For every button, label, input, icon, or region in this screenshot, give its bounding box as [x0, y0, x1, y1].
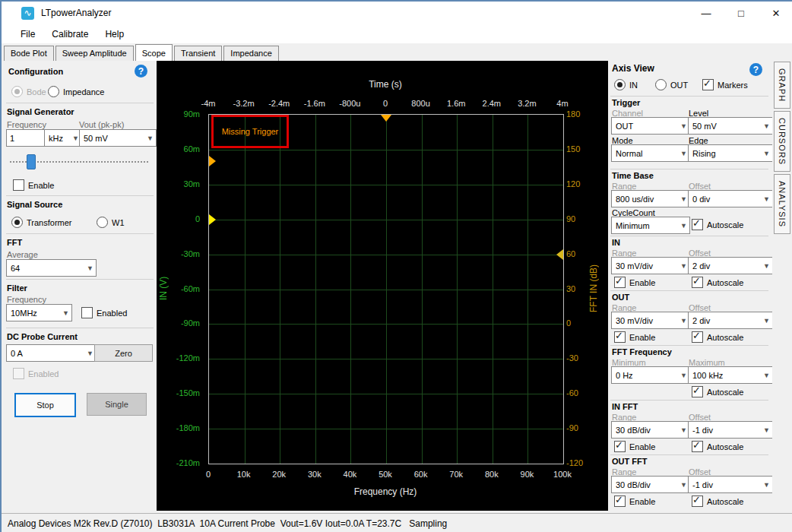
checkbox-icon: [614, 331, 626, 343]
checkbox-icon: [13, 368, 24, 379]
in-fft-range-dropdown[interactable]: 30 dB/div ▼: [611, 421, 690, 439]
top-tick-label: 0: [383, 99, 388, 108]
out-fft-range-dropdown[interactable]: 30 dB/div ▼: [611, 476, 690, 493]
transformer-radio[interactable]: Transformer: [11, 217, 72, 228]
bottom-tick-label: 80k: [485, 470, 499, 479]
stop-button[interactable]: Stop: [14, 393, 76, 417]
in-fft-enable-checkbox[interactable]: Enable: [614, 441, 655, 452]
out-enable-checkbox[interactable]: Enable: [614, 331, 655, 343]
right-tick-label: -90: [566, 423, 578, 432]
out-range-dropdown[interactable]: 30 mV/div ▼: [611, 312, 690, 329]
side-tab-cursors[interactable]: CURSORS: [774, 111, 790, 172]
vout-dropdown[interactable]: 50 mV ▼: [79, 129, 157, 147]
side-tab-analysis[interactable]: ANALYSIS: [774, 174, 790, 234]
gridline: [209, 359, 563, 359]
out-offset-dropdown[interactable]: 2 div ▼: [688, 312, 773, 329]
bottom-tick-label: 100k: [553, 470, 572, 479]
gridline: [209, 394, 563, 394]
left-tick-label: -120m: [176, 353, 200, 363]
signal-generator-title: Signal Generator: [7, 107, 74, 116]
in-fft-offset-marker[interactable]: [556, 249, 563, 260]
frequency-label: Frequency: [7, 120, 46, 129]
trigger-edge-dropdown[interactable]: Rising ▼: [688, 144, 773, 162]
configuration-title: Configuration: [8, 67, 63, 76]
out-fft-autoscale-checkbox[interactable]: Autoscale: [692, 496, 743, 507]
plot-canvas[interactable]: [208, 114, 564, 464]
out-fft-enable-checkbox[interactable]: Enable: [614, 496, 655, 507]
checkbox-icon: [702, 79, 714, 90]
top-axis-ticks: -4m-3.2m-2.4m-1.6m-800u0800u1.6m2.4m3.2m…: [208, 99, 562, 109]
dc-probe-enabled-checkbox: Enabled: [13, 368, 59, 379]
out-autoscale-checkbox[interactable]: Autoscale: [692, 331, 743, 343]
trigger-mode-dropdown[interactable]: Normal ▼: [611, 144, 690, 162]
maximize-button[interactable]: □: [724, 2, 759, 24]
separator: [6, 279, 154, 280]
time-base-offset-dropdown[interactable]: 0 div ▼: [688, 190, 773, 207]
fft-minimum-dropdown[interactable]: 0 Hz ▼: [611, 366, 690, 384]
trigger-level-marker[interactable]: [209, 156, 216, 166]
zero-button[interactable]: Zero: [94, 344, 153, 362]
help-icon[interactable]: ?: [749, 63, 762, 76]
left-tick-label: -30m: [181, 249, 200, 258]
menu-help[interactable]: Help: [97, 29, 132, 40]
radio-circle-icon: [655, 79, 667, 90]
time-base-range-dropdown[interactable]: 800 us/div ▼: [611, 190, 690, 207]
trigger-level-dropdown[interactable]: 50 mV ▼: [688, 117, 773, 135]
axis-view-in-radio[interactable]: IN: [614, 79, 638, 90]
out-fft-offset-dropdown[interactable]: -1 div ▼: [688, 476, 773, 493]
side-tab-graph[interactable]: GRAPH: [774, 62, 790, 109]
minimize-button[interactable]: —: [689, 2, 724, 24]
fft-frequency-autoscale-checkbox[interactable]: Autoscale: [692, 386, 743, 397]
chevron-down-icon: ▼: [761, 317, 772, 325]
help-icon[interactable]: ?: [135, 65, 147, 78]
tab-sweep-amplitude[interactable]: Sweep Amplitude: [55, 46, 134, 61]
bottom-tick-label: 40k: [344, 470, 357, 479]
tab-transient[interactable]: Transient: [174, 46, 222, 61]
separator: [610, 454, 768, 455]
out-fft-title: OUT FFT: [612, 457, 647, 466]
in-offset-dropdown[interactable]: 2 div ▼: [688, 257, 773, 274]
average-label: Average: [7, 250, 38, 259]
filter-enabled-checkbox[interactable]: Enabled: [81, 307, 127, 318]
gridline: [209, 324, 563, 325]
fft-maximum-dropdown[interactable]: 100 kHz ▼: [688, 366, 773, 384]
in-range-dropdown[interactable]: 30 mV/div ▼: [611, 257, 690, 274]
dc-probe-current-dropdown[interactable]: 0 A ▼: [6, 344, 97, 362]
right-axis-title: FFT IN (dB): [588, 114, 600, 463]
right-tick-label: -120: [566, 458, 583, 467]
cyclecount-dropdown[interactable]: Minimum ▼: [611, 217, 690, 234]
radio-circle-icon: [11, 86, 23, 97]
menu-calibrate[interactable]: Calibrate: [43, 29, 97, 40]
time-base-autoscale-checkbox[interactable]: Autoscale: [692, 219, 743, 230]
impedance-radio[interactable]: Impedance: [48, 86, 104, 97]
status-bar: Analog Devices M2k Rev.D (Z7010) LB3031A…: [2, 513, 792, 532]
chevron-down-icon: ▼: [678, 222, 689, 230]
fft-average-dropdown[interactable]: 64 ▼: [6, 259, 97, 277]
tab-scope[interactable]: Scope: [135, 44, 173, 61]
amplitude-slider-handle[interactable]: [27, 154, 36, 169]
frequency-unit-dropdown[interactable]: kHz ▼: [44, 129, 82, 147]
axis-view-out-radio[interactable]: OUT: [655, 79, 688, 90]
checkbox-icon: [614, 277, 626, 288]
time-zero-marker[interactable]: [381, 115, 391, 122]
close-button[interactable]: ✕: [759, 2, 792, 24]
in-autoscale-checkbox[interactable]: Autoscale: [692, 277, 743, 288]
in-offset-marker[interactable]: [209, 214, 216, 225]
frequency-input[interactable]: [6, 129, 47, 147]
vout-label: Vout (pk-pk): [79, 120, 124, 129]
menu-file[interactable]: File: [12, 29, 43, 40]
tab-bode-plot[interactable]: Bode Plot: [4, 46, 54, 61]
in-fft-offset-dropdown[interactable]: -1 div ▼: [688, 421, 773, 439]
right-tick-label: 120: [566, 179, 580, 188]
trigger-channel-dropdown[interactable]: OUT ▼: [611, 117, 690, 135]
top-tick-label: 1.6m: [447, 99, 465, 108]
filter-frequency-dropdown[interactable]: 10MHz ▼: [6, 304, 72, 321]
in-enable-checkbox[interactable]: Enable: [614, 277, 655, 288]
markers-checkbox[interactable]: Markers: [702, 79, 748, 90]
in-fft-autoscale-checkbox[interactable]: Autoscale: [692, 441, 743, 452]
tab-impedance[interactable]: Impedance: [223, 46, 278, 61]
signal-generator-enable-checkbox[interactable]: Enable: [13, 179, 54, 191]
gridline: [209, 290, 563, 290]
single-button[interactable]: Single: [87, 393, 147, 416]
w1-radio[interactable]: W1: [97, 217, 125, 228]
